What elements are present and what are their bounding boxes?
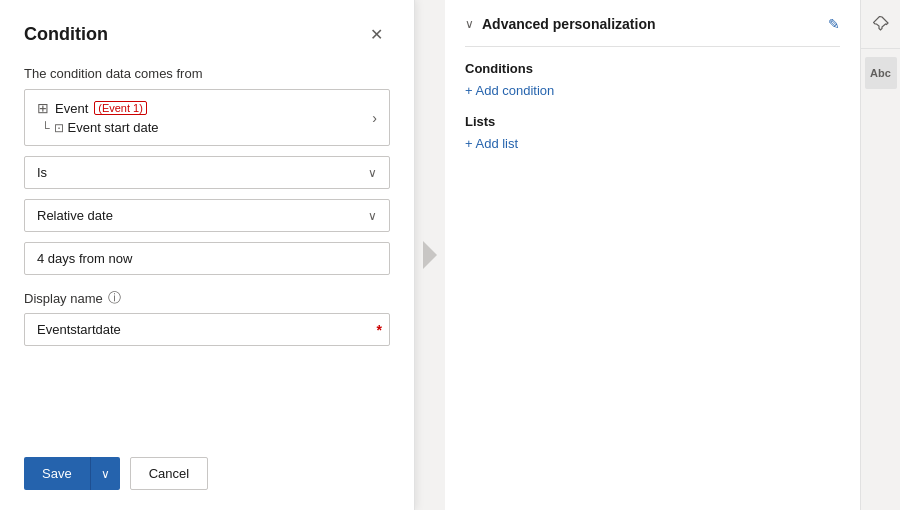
- right-panel: ∨ Advanced personalization ✎ Conditions …: [445, 0, 860, 510]
- source-label: The condition data comes from: [24, 66, 390, 81]
- date-type-value: Relative date: [37, 208, 113, 223]
- sidebar-separator: [861, 48, 900, 49]
- text-sidebar-button[interactable]: Abc: [865, 57, 897, 89]
- save-button-group: Save ∨: [24, 457, 120, 490]
- close-button[interactable]: ✕: [362, 20, 390, 48]
- display-name-label-row: Display name ⓘ: [24, 289, 390, 307]
- event-label: Event: [55, 101, 88, 116]
- arrow-shape: [423, 241, 437, 269]
- chevron-right-icon: ›: [372, 110, 377, 126]
- calendar-icon: ⊡: [54, 121, 64, 135]
- save-chevron-icon: ∨: [101, 467, 110, 481]
- text-icon: Abc: [870, 67, 891, 79]
- data-source-selector[interactable]: ⊞ Event (Event 1) └ ⊡ Event start date ›: [24, 89, 390, 146]
- display-name-input-wrapper: *: [24, 313, 390, 346]
- operator-dropdown[interactable]: Is ∨: [24, 156, 390, 189]
- chevron-down-icon: ∨: [368, 166, 377, 180]
- add-condition-link[interactable]: + Add condition: [465, 83, 554, 98]
- pin-icon: [873, 16, 889, 32]
- data-source-content: ⊞ Event (Event 1) └ ⊡ Event start date: [37, 100, 159, 135]
- date-type-dropdown[interactable]: Relative date ∨: [24, 199, 390, 232]
- indent-icon: └: [41, 121, 50, 135]
- arrow-connector: [415, 0, 445, 510]
- chevron-down-icon-2: ∨: [368, 209, 377, 223]
- dialog-header: Condition ✕: [24, 20, 390, 48]
- required-indicator: *: [377, 322, 382, 338]
- condition-dialog: Condition ✕ The condition data comes fro…: [0, 0, 415, 510]
- info-icon[interactable]: ⓘ: [108, 289, 121, 307]
- event-badge: (Event 1): [94, 101, 147, 115]
- right-sidebar: Abc: [860, 0, 900, 510]
- close-icon: ✕: [370, 25, 383, 44]
- display-name-input[interactable]: [24, 313, 390, 346]
- event-sub-row: └ ⊡ Event start date: [37, 120, 159, 135]
- days-from-now-display: 4 days from now: [24, 242, 390, 275]
- add-list-link[interactable]: + Add list: [465, 136, 518, 151]
- event-row: ⊞ Event (Event 1): [37, 100, 159, 116]
- event-sub-label: Event start date: [68, 120, 159, 135]
- lists-heading: Lists: [465, 114, 840, 129]
- dialog-title: Condition: [24, 24, 108, 45]
- conditions-section: Conditions + Add condition: [465, 61, 840, 98]
- expand-icon[interactable]: ∨: [465, 17, 474, 31]
- save-dropdown-button[interactable]: ∨: [90, 457, 120, 490]
- lists-section: Lists + Add list: [465, 114, 840, 151]
- operator-value: Is: [37, 165, 47, 180]
- save-button[interactable]: Save: [24, 457, 90, 490]
- dialog-footer: Save ∨ Cancel: [24, 447, 390, 490]
- table-icon: ⊞: [37, 100, 49, 116]
- conditions-heading: Conditions: [465, 61, 840, 76]
- advanced-section: ∨ Advanced personalization ✎: [465, 16, 840, 47]
- display-name-label-text: Display name: [24, 291, 103, 306]
- right-panel-top: ∨ Advanced personalization ✎ Conditions …: [465, 16, 840, 167]
- edit-icon[interactable]: ✎: [828, 16, 840, 32]
- pin-sidebar-button[interactable]: [865, 8, 897, 40]
- cancel-button[interactable]: Cancel: [130, 457, 208, 490]
- advanced-personalization-title: Advanced personalization: [482, 16, 820, 32]
